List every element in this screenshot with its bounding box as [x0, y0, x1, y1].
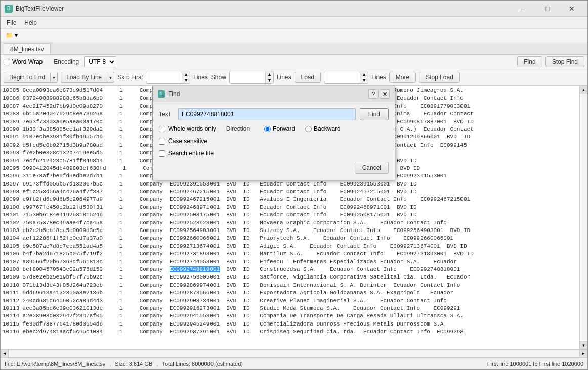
- file-tab[interactable]: 8M_lines.tsv: [4, 43, 51, 54]
- main-window: B BigTextFileViewer ─ □ ✕ File Help 📁 ▾ …: [0, 0, 588, 370]
- find-button[interactable]: Find: [517, 56, 542, 67]
- dialog-text-label: Text: [159, 111, 174, 118]
- menu-file[interactable]: File: [3, 18, 20, 27]
- dialog-bottom: Cancel: [159, 162, 389, 174]
- table-row: 10098 ef1c253d56a4c426a4f7f337 1 Company…: [3, 188, 577, 196]
- find-dialog: 🔍 Find ? ✕ Text Find Whole words only: [152, 86, 395, 180]
- whole-words-checkbox[interactable]: [159, 126, 165, 132]
- lines-input[interactable]: 10000: [324, 73, 360, 82]
- status-sep-2: ,: [156, 361, 158, 367]
- close-button[interactable]: ✕: [560, 2, 583, 15]
- dialog-text-row: Text Find: [159, 108, 389, 120]
- app-icon: B: [5, 5, 13, 13]
- forward-radio-label[interactable]: Forward: [264, 125, 295, 132]
- lines-spinners: ▲ ▼: [360, 71, 368, 83]
- dialog-find-button[interactable]: Find: [360, 108, 389, 120]
- scrollbar-vertical[interactable]: ▲ ▼: [579, 86, 587, 349]
- tab-bar: 8M_lines.tsv: [1, 42, 587, 55]
- encoding-select[interactable]: UTF-8: [84, 56, 116, 67]
- status-bar: File: E:\work\temp\8M_lines\8M_lines.tsv…: [1, 357, 587, 369]
- table-row: 10102 750a75378ec49aae4f7ca45a 1 Company…: [3, 219, 577, 227]
- direction-button[interactable]: Begin To End: [4, 72, 51, 83]
- dialog-options-2: Case sensitive: [159, 137, 389, 145]
- dialog-title-text: Find: [168, 90, 368, 98]
- folder-icon: 📁: [6, 32, 13, 39]
- scroll-h-track[interactable]: [9, 350, 579, 358]
- search-entire-checkbox[interactable]: [159, 150, 165, 157]
- open-file-button[interactable]: 📁 ▾: [4, 31, 20, 40]
- app-title: BigTextFileViewer: [16, 5, 512, 12]
- menu-bar: File Help: [1, 17, 587, 29]
- table-row: 10099 e9fb2fd6e9d6b5c2064977a9 1 Company…: [3, 196, 577, 203]
- load-by-line-button[interactable]: Load By Line: [61, 72, 107, 83]
- scroll-left-button[interactable]: ◄: [1, 350, 9, 358]
- toolbar-folder: 📁 ▾: [1, 29, 587, 42]
- skip-first-up[interactable]: ▲: [182, 71, 190, 77]
- dialog-title-bar: 🔍 Find ? ✕: [153, 86, 395, 102]
- maximize-button[interactable]: □: [536, 2, 559, 15]
- scroll-up-button[interactable]: ▲: [580, 86, 587, 94]
- show-input-group: 10000 ▲ ▼: [229, 71, 274, 84]
- whole-words-label[interactable]: Whole words only: [159, 125, 216, 132]
- dialog-cancel-button[interactable]: Cancel: [355, 162, 389, 174]
- table-row: 10097 69173ffd055b57d132067b5c 1 Company…: [3, 180, 577, 188]
- direction-split-button: Begin To End ▾: [4, 72, 58, 83]
- case-sensitive-checkbox[interactable]: [159, 138, 165, 145]
- content-area: 10085 8cca0093ea6e873d9d517d04 1 Company…: [1, 86, 587, 349]
- show-up[interactable]: ▲: [266, 71, 273, 77]
- search-entire-text: Search entire file: [168, 150, 214, 157]
- table-row: 10106 b4f7ba2d671825b075f719f2 1 Company…: [3, 250, 577, 258]
- scroll-right-button[interactable]: ►: [579, 350, 587, 358]
- stop-load-button[interactable]: Stop Load: [419, 72, 460, 83]
- folder-dropdown-arrow: ▾: [15, 32, 18, 39]
- dialog-options-3: Search entire file: [159, 150, 389, 157]
- table-row: 10115 fe30df78877641780d0654d6 1 Company…: [3, 320, 577, 328]
- word-wrap-checkbox[interactable]: [4, 59, 10, 65]
- lines-up[interactable]: ▲: [360, 71, 368, 77]
- scroll-down-button[interactable]: ▼: [580, 341, 587, 349]
- more-button[interactable]: More: [389, 72, 416, 83]
- minimize-button[interactable]: ─: [512, 2, 535, 15]
- toolbar-options: Word Wrap Encoding UTF-8 Find Stop Find: [1, 55, 587, 69]
- forward-radio[interactable]: [264, 126, 271, 132]
- word-wrap-checkbox-label[interactable]: Word Wrap: [4, 58, 43, 65]
- skip-first-input[interactable]: 1000000: [146, 73, 182, 82]
- dialog-icon: 🔍: [158, 90, 165, 98]
- lines-label-1: Lines: [193, 74, 208, 81]
- scrollbar-horizontal-container: ◄ ►: [1, 349, 587, 357]
- backward-radio-label[interactable]: Backward: [305, 125, 341, 132]
- scroll-track[interactable]: [580, 94, 587, 341]
- show-spinners: ▲ ▼: [265, 71, 273, 83]
- show-input[interactable]: 10000: [230, 73, 265, 82]
- case-sensitive-label[interactable]: Case sensitive: [159, 137, 207, 145]
- backward-radio[interactable]: [305, 126, 312, 132]
- table-row: 10116 ebec2d97481aacf5c65c1084 1 Company…: [3, 328, 577, 336]
- table-row: 10111 9dd69613a4132360a8e2136b 1 Company…: [3, 289, 577, 297]
- table-row: 10107 a89566f20b67363df561813c 1 Company…: [3, 258, 577, 266]
- dialog-title-buttons: ? ✕: [368, 89, 390, 99]
- table-row: 10103 eb2c2b5ebf8ca5c0009d3e5e 1 Company…: [3, 227, 577, 235]
- dialog-help-button[interactable]: ?: [368, 89, 379, 99]
- lines-label-2: Lines: [277, 74, 291, 81]
- load-by-line-split-button: Load By Line ▾: [61, 72, 114, 83]
- table-row: 10113 aec3a85bd6c39c03621013de 1 Company…: [3, 305, 577, 312]
- table-row: 10109 57d8e2eb25e19bf57f75b92c 1 Company…: [3, 273, 577, 281]
- word-wrap-label: Word Wrap: [12, 58, 43, 65]
- menu-help[interactable]: Help: [20, 18, 41, 27]
- status-size: Size: 3.614 GB: [115, 361, 152, 367]
- table-row: 10108 bcf8004570543e02a575d153 1 Company…: [3, 266, 577, 273]
- table-row: 10104 acf12286f1f52fb0cd7a37a0 1 Company…: [3, 235, 577, 242]
- stop-find-button[interactable]: Stop Find: [545, 56, 584, 67]
- find-text-input[interactable]: [178, 108, 356, 120]
- load-button[interactable]: Load: [295, 72, 321, 83]
- direction-dropdown[interactable]: ▾: [51, 72, 58, 83]
- search-entire-label[interactable]: Search entire file: [159, 150, 214, 157]
- lines-down[interactable]: ▼: [360, 77, 368, 83]
- forward-label: Forward: [273, 125, 295, 132]
- title-bar: B BigTextFileViewer ─ □ ✕: [1, 1, 587, 17]
- skip-first-down[interactable]: ▼: [182, 77, 190, 83]
- lines-input-group: 10000 ▲ ▼: [324, 71, 368, 84]
- load-by-line-dropdown[interactable]: ▾: [107, 72, 114, 83]
- show-down[interactable]: ▼: [266, 77, 273, 83]
- dialog-close-button[interactable]: ✕: [380, 89, 390, 99]
